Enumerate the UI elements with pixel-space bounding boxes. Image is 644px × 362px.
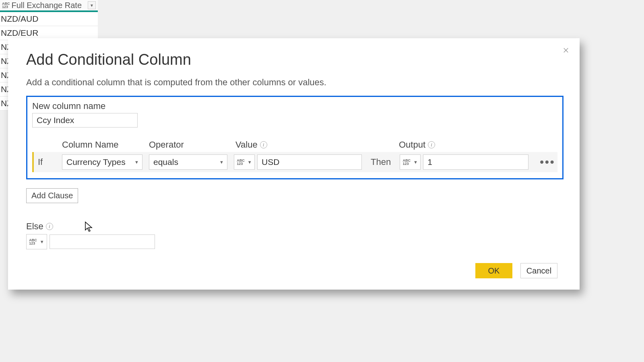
dialog-footer: OK Cancel <box>475 263 557 278</box>
header-column-name: Column Name <box>62 140 149 150</box>
header-value-text: Value <box>235 140 258 150</box>
info-icon[interactable]: i <box>260 141 267 148</box>
output-type-selector[interactable]: ABC 123 ▼ <box>400 154 421 170</box>
output-input[interactable] <box>423 154 528 170</box>
else-input[interactable] <box>50 234 155 249</box>
new-column-name-label: New column name <box>32 101 557 111</box>
else-type-selector[interactable]: ABC 123 ▼ <box>26 234 47 249</box>
value-type-selector[interactable]: ABC 123 ▼ <box>234 154 255 170</box>
close-button[interactable] <box>561 45 571 55</box>
operator-dropdown[interactable]: equals ▼ <box>149 154 227 170</box>
more-options-icon[interactable]: ••• <box>540 156 555 169</box>
info-icon[interactable]: i <box>428 141 435 148</box>
column-name-dropdown[interactable]: Currency Types ▼ <box>62 154 142 170</box>
chevron-down-icon: ▼ <box>248 160 252 165</box>
type-icon: ABC 123 <box>237 159 245 165</box>
ok-button[interactable]: OK <box>475 263 512 278</box>
operator-value: equals <box>153 157 178 167</box>
cancel-button[interactable]: Cancel <box>520 263 557 278</box>
chevron-down-icon: ▼ <box>219 160 224 165</box>
then-label: Then <box>371 157 391 167</box>
type-icon: ABC 123 <box>402 159 411 165</box>
chevron-down-icon: ▼ <box>40 239 44 244</box>
clause-headers: Column Name Operator Value i Output i <box>32 140 557 150</box>
column-header-title: Full Exchange Rate <box>12 1 88 10</box>
else-label: Else <box>26 221 43 232</box>
if-label: If <box>38 157 43 167</box>
new-column-name-input[interactable] <box>32 113 138 128</box>
type-icon: ABC 123 <box>2 2 10 8</box>
clause-row: If Currency Types ▼ equals ▼ ABC 123 ▼ T… <box>32 152 557 172</box>
column-filter-dropdown[interactable]: ▼ <box>88 1 96 9</box>
info-icon[interactable]: i <box>46 223 53 230</box>
header-output-text: Output <box>399 140 425 150</box>
value-input[interactable] <box>257 154 362 170</box>
header-output: Output i <box>399 140 479 150</box>
highlighted-section: New column name Column Name Operator Val… <box>26 96 564 179</box>
column-header[interactable]: ABC 123 Full Exchange Rate ▼ <box>0 0 98 12</box>
else-section: Else i ABC 123 ▼ <box>26 221 561 249</box>
chevron-down-icon: ▼ <box>134 160 139 165</box>
type-icon: ABC 123 <box>29 239 37 245</box>
chevron-down-icon: ▼ <box>413 160 418 165</box>
header-value: Value i <box>235 140 399 150</box>
add-clause-button[interactable]: Add Clause <box>26 188 78 203</box>
dialog-title: Add Conditional Column <box>26 51 561 68</box>
data-row[interactable]: NZD/AUD <box>0 12 98 26</box>
column-name-value: Currency Types <box>66 157 126 167</box>
dialog-subtitle: Add a conditional column that is compute… <box>26 77 561 88</box>
header-operator: Operator <box>149 140 235 150</box>
add-conditional-column-dialog: Add Conditional Column Add a conditional… <box>8 38 580 290</box>
